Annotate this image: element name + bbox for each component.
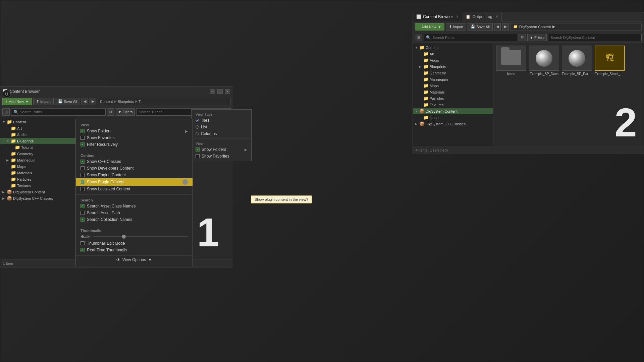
t2-content[interactable]: ▼ 📁 Content [413, 44, 493, 51]
search-paths-input-1[interactable] [20, 110, 103, 114]
sep-content [76, 150, 193, 150]
tabbar-2: ⬜ Content Browser ✕ 📋 Output Log ✕ [413, 12, 644, 21]
dropdown-arrow-2: ▼ [438, 25, 441, 29]
nav-forward-1[interactable]: ▶ [90, 98, 96, 105]
tree-toggle-1[interactable]: ⊞ [2, 108, 10, 116]
minimize-btn-1[interactable]: — [210, 89, 215, 94]
t2-particles[interactable]: 📁 Particles [413, 95, 493, 102]
search-content-box-2[interactable] [548, 34, 642, 41]
filters-button-1[interactable]: ▼ Filters [116, 108, 135, 116]
filters-show-cpp[interactable]: Show C++ Classes [76, 158, 193, 165]
filters-show-plugin[interactable]: Show Plugin Content [76, 178, 193, 186]
vt-show-folders[interactable]: Show Folders ▶ [192, 146, 251, 153]
tree-item-maps[interactable]: 📁 Maps [0, 163, 77, 170]
tree-item-art[interactable]: 📁 Art [0, 125, 77, 131]
tab-log-close[interactable]: ✕ [495, 15, 498, 18]
t2-mannequin[interactable]: 📁 Mannequin [413, 76, 493, 82]
t2-dlgsystem[interactable]: ▼ 📦 DlgSystem Content [413, 108, 493, 114]
scale-slider-thumb[interactable] [122, 235, 126, 239]
big-number-2: 2 [614, 102, 637, 142]
asset-struct-dialogue[interactable]: 🏗 Example_Struct_DialogueData [595, 46, 625, 76]
filters-search-class-names[interactable]: Search Asset Class Names [76, 203, 193, 209]
viewtype-list[interactable]: List [192, 124, 251, 130]
check-show-folders-vt [196, 147, 200, 152]
asset-bp-participant[interactable]: Example_BP_Participant [562, 46, 592, 76]
tree-item-dlgsystem[interactable]: ▶ 📦 DlgSystem Content [0, 189, 77, 195]
import-button-1[interactable]: ⬆ Import [33, 98, 54, 105]
tab-browser-close[interactable]: ✕ [456, 15, 459, 18]
t2-blueprints[interactable]: ▶ 📁 Blueprints [413, 63, 493, 70]
import-icon-2: ⬆ [449, 24, 452, 29]
tree-item-dlgsystem-cpp[interactable]: ▶ 📦 DlgSystem C++ Classes [0, 195, 77, 201]
tree-item-audio[interactable]: 📁 Audio [0, 131, 77, 138]
filter-icon-1: ▼ [118, 110, 122, 114]
tree-item-tutorial[interactable]: 📁 Tutorial [0, 144, 77, 150]
filters-filter-recursively[interactable]: Filter Recursively [76, 141, 193, 148]
t2-geometry[interactable]: 📁 Geometry [413, 70, 493, 76]
t2-art[interactable]: 📁 Art [413, 51, 493, 57]
search-settings-2[interactable]: ⚙ [519, 34, 526, 41]
nav-forward-2[interactable]: ▶ [502, 23, 509, 31]
tree-toggle-2[interactable]: ⊞ [415, 34, 422, 41]
scale-slider-track[interactable] [93, 236, 188, 237]
filters-show-engine[interactable]: Show Engine Content [76, 172, 193, 178]
asset-bp-docs[interactable]: Example_BP_Docs [529, 46, 559, 76]
path-breadcrumb-2[interactable]: 📁 DlgSystem Content ▶ [510, 23, 642, 31]
tree-item-blueprints[interactable]: ▼ 📁 Blueprints [0, 138, 77, 144]
folder-tree-1: ▼ 📁 Content 📁 Art 📁 Audio ▼ 📁 Blueprints [0, 117, 77, 259]
search-icon-2: 🔍 [426, 35, 431, 40]
tree-item-materials[interactable]: 📁 Materials [0, 170, 77, 176]
tab-output-log[interactable]: 📋 Output Log ✕ [462, 12, 501, 21]
add-new-button-1[interactable]: + Add New ▼ [2, 98, 32, 105]
filters-scale-row: Scale [76, 233, 193, 240]
search-settings-1[interactable]: ⚙ [107, 108, 114, 116]
tree-item-particles[interactable]: 📁 Particles [0, 176, 77, 182]
import-button-2[interactable]: ⬆ Import [446, 23, 466, 31]
tab-content-browser[interactable]: ⬜ Content Browser ✕ [413, 12, 462, 21]
t2-icons[interactable]: 📁 Icons [413, 114, 493, 121]
filters-search-collection[interactable]: Search Collection Names [76, 216, 193, 223]
filters-thumb-edit-mode[interactable]: Thumbnail Edit Mode [76, 240, 193, 247]
t2-dlgsystem-cpp[interactable]: ▶ 📦 DlgSystem C++ Classes [413, 121, 493, 127]
folder-icon-path: 📁 [513, 24, 518, 29]
nav-back-1[interactable]: ◀ [82, 98, 88, 105]
save-all-button-2[interactable]: 💾 Save All [468, 23, 493, 31]
tree-item-geometry[interactable]: 📁 Geometry [0, 150, 77, 157]
viewtype-columns[interactable]: Columns [192, 130, 251, 137]
filters-show-folders[interactable]: Show Folders ▶ [76, 128, 193, 134]
struct-dialogue-icon: 🏗 [605, 53, 614, 64]
search-paths-input-2[interactable] [432, 36, 515, 40]
view-options-btn[interactable]: 👁 View Options ▼ [76, 255, 193, 264]
t2-materials[interactable]: 📁 Materials [413, 89, 493, 95]
tree-item-textures[interactable]: 📁 Textures [0, 182, 77, 189]
save-all-button-1[interactable]: 💾 Save All [55, 98, 80, 105]
search-paths-box-2[interactable]: 🔍 [424, 34, 517, 41]
tree-item-mannequin[interactable]: ▶ 📁 Mannequin [0, 157, 77, 163]
filters-show-favorites[interactable]: Show Favorites [76, 134, 193, 141]
t2-maps[interactable]: 📁 Maps [413, 82, 493, 89]
asset-label-struct: Example_Struct_DialogueData [595, 72, 625, 76]
vt-show-favorites[interactable]: Show Favorites [192, 153, 251, 160]
asset-icons-folder[interactable]: Icons [496, 46, 526, 76]
search-paths-box-1[interactable]: 🔍 [11, 108, 106, 116]
close-btn-1[interactable]: ✕ [225, 89, 230, 94]
main-area-2: Icons Example_BP_Docs Example_BP_Partici… [493, 43, 644, 146]
add-new-button-2[interactable]: + Add New ▼ [415, 23, 444, 31]
fi-particles2: 📁 [423, 96, 429, 101]
big-number-1: 1 [197, 212, 219, 252]
filters-button-2[interactable]: ▼ Filters [527, 34, 547, 41]
search-content-input-2[interactable] [550, 36, 639, 40]
filters-realtime-thumbs[interactable]: Real-Time Thumbnails [76, 247, 193, 253]
asset-thumb-participant [562, 46, 592, 71]
viewtype-tiles[interactable]: Tiles [192, 117, 251, 124]
t2-audio[interactable]: 📁 Audio [413, 57, 493, 63]
tree-item-content[interactable]: ▼ 📁 Content [0, 119, 77, 125]
t2-textures[interactable]: 📁 Textures [413, 102, 493, 108]
nav-back-2[interactable]: ◀ [494, 23, 501, 31]
folder-icon-art: 📁 [11, 126, 16, 131]
filters-show-dev[interactable]: Show Developers Content [76, 165, 193, 172]
breadcrumb-1[interactable]: Content ▶ Blueprints ▶ T [98, 98, 231, 105]
filters-show-localized[interactable]: Show Localized Content [76, 186, 193, 192]
filters-search-asset-path[interactable]: Search Asset Path [76, 209, 193, 216]
maximize-btn-1[interactable]: □ [217, 89, 223, 94]
